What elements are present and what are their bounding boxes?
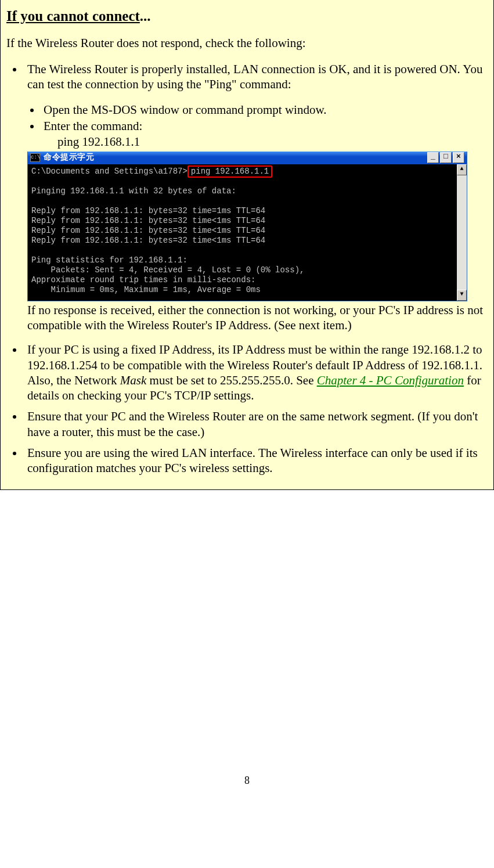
callout-heading: If you cannot connect... bbox=[6, 7, 488, 25]
heading-underlined: If you cannot connect bbox=[6, 8, 140, 24]
sub2-text: Enter the command: bbox=[44, 119, 142, 133]
console-line: Pinging 192.168.1.1 with 32 bytes of dat… bbox=[31, 186, 236, 196]
list-item: Open the MS-DOS window or command prompt… bbox=[41, 102, 488, 117]
scroll-down-button[interactable]: ▼ bbox=[457, 290, 467, 301]
maximize-button[interactable]: □ bbox=[440, 152, 452, 163]
cmd-icon: c:\ bbox=[30, 153, 40, 162]
sub-steps-list: Open the MS-DOS window or command prompt… bbox=[27, 102, 488, 149]
console-line: Packets: Sent = 4, Received = 4, Lost = … bbox=[31, 265, 304, 275]
cmd-client-area: C:\Documents and Settings\a1787>ping 192… bbox=[28, 164, 467, 301]
heading-suffix: ... bbox=[140, 8, 151, 24]
console-line: Approximate round trip times in milli-se… bbox=[31, 275, 255, 284]
cmd-window: c:\ 命令提示字元 _ □ × C:\Documents and Settin… bbox=[27, 152, 467, 301]
b2-mid: must be set to 255.255.255.0. See bbox=[146, 373, 316, 387]
console-line: Minimum = 0ms, Maximum = 1ms, Average = … bbox=[31, 285, 261, 294]
console-line: Reply from 192.168.1.1: bytes=32 time<1m… bbox=[31, 216, 265, 225]
page-number: 8 bbox=[0, 775, 494, 793]
highlighted-command: ping 192.168.1.1 bbox=[187, 165, 272, 178]
close-button[interactable]: × bbox=[453, 152, 464, 163]
minimize-button[interactable]: _ bbox=[427, 152, 439, 163]
intro-paragraph: If the Wireless Router does not respond,… bbox=[6, 35, 488, 51]
chapter-link[interactable]: Chapter 4 - PC Configuration bbox=[317, 373, 464, 387]
console-prompt: C:\Documents and Settings\a1787> bbox=[31, 167, 187, 176]
b2-mask: Mask bbox=[120, 373, 147, 387]
callout-box: If you cannot connect... If the Wireless… bbox=[0, 0, 494, 490]
troubleshoot-list: The Wireless Router is properly installe… bbox=[6, 62, 488, 476]
list-item: Ensure you are using the wired LAN inter… bbox=[24, 445, 488, 476]
list-item: Enter the command: ping 192.168.1.1 bbox=[41, 118, 488, 149]
console-line: Reply from 192.168.1.1: bytes=32 time=1m… bbox=[31, 206, 265, 215]
cmd-console: C:\Documents and Settings\a1787>ping 192… bbox=[28, 164, 457, 301]
console-line: Ping statistics for 192.168.1.1: bbox=[31, 255, 187, 265]
scrollbar[interactable]: ▲ ▼ bbox=[457, 164, 467, 301]
console-line: Reply from 192.168.1.1: bytes=32 time<1m… bbox=[31, 226, 265, 235]
command-line-text: ping 192.168.1.1 bbox=[57, 135, 140, 149]
list-item: Ensure that your PC and the Wireless Rou… bbox=[24, 409, 488, 440]
after-screenshot-text: If no response is received, either the c… bbox=[27, 302, 488, 333]
list-item: If your PC is using a fixed IP Address, … bbox=[24, 342, 488, 403]
scrollbar-track[interactable] bbox=[457, 175, 467, 290]
list-item: The Wireless Router is properly installe… bbox=[24, 62, 488, 333]
bullet-1-text: The Wireless Router is properly installe… bbox=[27, 62, 482, 91]
scroll-up-button[interactable]: ▲ bbox=[457, 164, 467, 175]
cmd-titlebar: c:\ 命令提示字元 _ □ × bbox=[28, 152, 467, 164]
cmd-window-title: 命令提示字元 bbox=[44, 153, 94, 163]
console-line: Reply from 192.168.1.1: bytes=32 time<1m… bbox=[31, 236, 265, 245]
